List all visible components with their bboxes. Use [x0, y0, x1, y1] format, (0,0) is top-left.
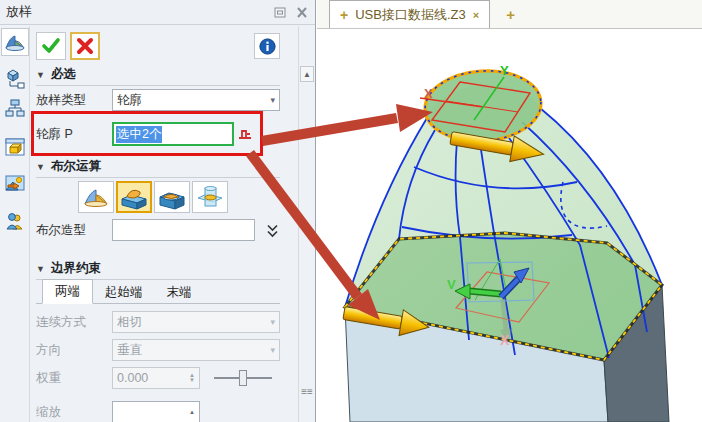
scroll-up-icon[interactable]: ▲	[300, 66, 314, 82]
boolean-shape-input[interactable]	[112, 219, 255, 241]
x-icon	[76, 37, 94, 55]
chevron-down-icon: ▾	[270, 345, 275, 355]
spin-down-icon: ▼	[189, 378, 195, 383]
tab-both-ends[interactable]: 两端	[42, 279, 93, 304]
loft-type-select[interactable]: 轮廓 ▾	[112, 89, 280, 111]
subtract-icon	[158, 184, 186, 210]
tab-plus-icon: +	[340, 7, 348, 23]
zw3d-loft-window: 放样	[0, 0, 702, 422]
side-toolstrip	[0, 26, 30, 422]
direction-select: 垂直 ▾	[112, 339, 280, 361]
slider-handle	[239, 370, 247, 386]
section-boolean[interactable]: ▼ 布尔运算	[36, 156, 280, 178]
users-icon[interactable]	[1, 207, 29, 235]
boolean-intersect-button[interactable]	[192, 181, 228, 213]
sketch-y-axis-label: Y	[500, 63, 509, 78]
collapse-icon: ▼	[36, 264, 45, 274]
scale-label: 缩放	[36, 404, 108, 421]
datum-tree-icon[interactable]	[1, 65, 29, 93]
panel-title: 放样	[6, 3, 32, 21]
confirm-button[interactable]	[36, 32, 66, 60]
boolean-shape-label: 布尔造型	[36, 222, 108, 239]
restore-icon[interactable]	[273, 6, 287, 18]
panel-scrollbar[interactable]: ▲ ≡≡	[298, 26, 315, 422]
close-icon[interactable]	[295, 6, 309, 18]
sketch-x-axis-label: X	[424, 86, 433, 101]
loft-model: X Y V X	[317, 30, 702, 422]
continuity-label: 连续方式	[36, 314, 108, 331]
weight-slider	[214, 369, 272, 387]
collapse-icon: ▼	[36, 70, 45, 80]
boolean-add-button[interactable]	[116, 181, 152, 213]
loft-feature-icon[interactable]	[1, 28, 29, 56]
required-flag-icon	[238, 127, 252, 141]
model-canvas[interactable]: X Y V X	[317, 30, 702, 422]
collapse-icon: ▼	[36, 162, 45, 172]
add-icon	[120, 184, 148, 210]
solid-window-icon[interactable]	[1, 133, 29, 161]
continuity-select: 相切 ▾	[112, 311, 280, 333]
tab-start-end[interactable]: 起始端	[93, 281, 155, 304]
tab-end[interactable]: 末端	[155, 281, 204, 304]
loft-type-label: 放样类型	[36, 92, 108, 109]
tab-close-icon[interactable]: ×	[473, 9, 479, 21]
render-image-icon[interactable]	[1, 169, 29, 197]
base-icon	[82, 185, 110, 209]
new-tab-button[interactable]: +	[506, 6, 515, 23]
triad-v-label: V	[447, 277, 456, 292]
loft-dialog-panel: 放样	[0, 0, 316, 422]
triad-x-label: X	[500, 332, 510, 348]
document-tabbar: + USB接口数据线.Z3 × +	[317, 0, 702, 29]
grip-icon[interactable]: ≡≡	[301, 388, 313, 396]
chevron-down-icon: ▾	[270, 317, 275, 327]
section-required[interactable]: ▼ 必选	[36, 64, 280, 86]
check-icon	[41, 37, 61, 55]
document-tab[interactable]: + USB接口数据线.Z3 ×	[329, 0, 490, 28]
dialog-content: ▼ 必选 放样类型 轮廓 ▾ 轮廓 P 选中2个	[30, 26, 298, 422]
boolean-base-button[interactable]	[78, 181, 114, 213]
info-icon	[259, 38, 276, 55]
expand-double-chevron-icon[interactable]	[265, 223, 280, 238]
viewport: + USB接口数据线.Z3 × +	[317, 0, 702, 422]
chevron-down-icon: ▾	[270, 95, 275, 105]
weight-spinner: 0.000 ▲▼	[112, 367, 200, 389]
cancel-button[interactable]	[70, 32, 100, 60]
document-tab-title: USB接口数据线.Z3	[355, 6, 466, 24]
boolean-subtract-button[interactable]	[154, 181, 190, 213]
hierarchy-icon[interactable]	[1, 95, 29, 123]
direction-label: 方向	[36, 342, 108, 359]
profile-label: 轮廓 P	[36, 126, 108, 143]
info-button[interactable]	[254, 33, 280, 59]
section-boundary[interactable]: ▼ 边界约束	[36, 258, 280, 280]
profile-input[interactable]: 选中2个	[112, 122, 234, 146]
weight-label: 权重	[36, 370, 108, 387]
panel-titlebar: 放样	[0, 0, 315, 25]
intersect-icon	[196, 184, 224, 210]
scale-spinner: ▲	[112, 401, 200, 422]
